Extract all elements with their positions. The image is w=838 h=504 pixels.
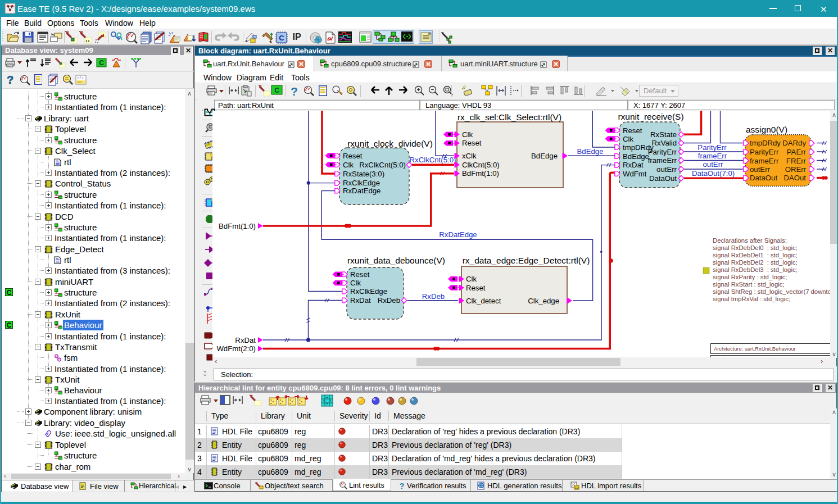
svg-text:DARdy: DARdy (782, 139, 806, 147)
svg-text:rxunit_clock_divide(V): rxunit_clock_divide(V) (347, 139, 433, 148)
svg-text:Reset: Reset (466, 284, 486, 292)
svg-text:PAErr: PAErr (787, 148, 807, 156)
svg-text:frameErr: frameErr (648, 156, 677, 165)
svg-text:signal RxStart : std_logic;: signal RxStart : std_logic; (713, 281, 784, 288)
svg-text:BdEdge: BdEdge (531, 152, 558, 160)
svg-text:rxunit_receive(S): rxunit_receive(S) (618, 112, 683, 121)
svg-text:assign0(V): assign0(V) (746, 125, 787, 134)
svg-text:Reset: Reset (343, 152, 363, 160)
svg-text:Reset: Reset (350, 270, 370, 279)
svg-text:RxDeb: RxDeb (378, 296, 400, 305)
svg-text:ParityErr: ParityErr (697, 143, 727, 152)
svg-text:Architecture: uart.RxUnit.Beha: Architecture: uart.RxUnit.Behaviour (714, 346, 796, 352)
svg-text:BdEdge: BdEdge (577, 147, 604, 156)
svg-text:signal RxParity : std_logic;: signal RxParity : std_logic; (713, 274, 787, 280)
svg-text:signal ShtReg : std_logic_vect: signal ShtReg : std_logic_vector(7 downt… (713, 288, 831, 295)
svg-text:FRErr: FRErr (786, 157, 807, 165)
svg-text:BdFmt(1:0): BdFmt(1:0) (219, 222, 256, 230)
svg-text:RxValid: RxValid (652, 139, 677, 147)
svg-text:DataOut: DataOut (750, 174, 777, 182)
svg-text:DataOut(7:0): DataOut(7:0) (692, 169, 735, 178)
svg-text:WdFmt: WdFmt (623, 170, 647, 178)
svg-text:outErr: outErr (656, 165, 677, 174)
svg-text:rx_clk_sel:Clk_Select:rtl(V): rx_clk_sel:Clk_Select:rtl(V) (457, 112, 561, 122)
svg-text:RxState(3:0): RxState(3:0) (343, 170, 384, 178)
svg-text:C: C (274, 87, 279, 94)
svg-text:ClkCnt(5:0): ClkCnt(5:0) (462, 161, 500, 169)
svg-text:RxClkCnt(5:0): RxClkCnt(5:0) (359, 161, 406, 169)
svg-text:DAOut: DAOut (783, 174, 806, 182)
svg-text:RxDat: RxDat (623, 161, 644, 169)
svg-text:RxClkEdge: RxClkEdge (343, 179, 380, 187)
svg-text:Clk: Clk (462, 130, 473, 139)
svg-text:IP: IP (292, 32, 301, 42)
svg-text:WdFmt(2:0): WdFmt(2:0) (216, 344, 256, 353)
svg-text:RxState: RxState (650, 130, 677, 139)
svg-text:Clk_edge: Clk_edge (528, 297, 559, 305)
svg-text:ParityErr: ParityErr (750, 148, 779, 156)
svg-text:BdEdge: BdEdge (623, 152, 649, 161)
svg-text:RxDat: RxDat (235, 336, 256, 344)
svg-text:outErr: outErr (703, 160, 724, 169)
svg-text:rx_data_edge:Edge_Detect:rtl(V: rx_data_edge:Edge_Detect:rtl(V) (463, 256, 590, 265)
svg-text:RxClkEdge: RxClkEdge (350, 287, 387, 296)
svg-text:RxDatEdge: RxDatEdge (439, 230, 477, 239)
svg-text:frameErr: frameErr (750, 157, 779, 165)
svg-text:tmpDRdy: tmpDRdy (750, 139, 781, 147)
svg-text:Clk: Clk (466, 275, 477, 283)
svg-text:Clk: Clk (623, 135, 633, 143)
svg-text:Reset: Reset (462, 139, 482, 147)
svg-text:rxunit_data_debounce(V): rxunit_data_debounce(V) (347, 256, 445, 265)
svg-text:outErr: outErr (750, 165, 771, 174)
svg-text:RxDatEdge: RxDatEdge (343, 187, 381, 195)
svg-text:RxClkCnt(5:0): RxClkCnt(5:0) (410, 156, 456, 164)
svg-text:RxDeb: RxDeb (422, 292, 445, 301)
svg-text:Clk: Clk (350, 279, 361, 287)
svg-text:signal tmpRxVal : std_logic;: signal tmpRxVal : std_logic; (713, 296, 790, 302)
svg-text:?: ? (291, 85, 298, 97)
svg-text:BdFmt(1:0): BdFmt(1:0) (462, 169, 499, 178)
svg-text:C: C (99, 59, 104, 67)
svg-text:Clk: Clk (343, 161, 354, 169)
svg-text:ORErr: ORErr (785, 165, 807, 174)
svg-text:frameErr: frameErr (698, 152, 727, 160)
svg-text:xClk: xClk (462, 152, 477, 160)
svg-text:signal RxDebDel2 : std_logic;: signal RxDebDel2 : std_logic; (713, 259, 798, 266)
svg-text:Declarations after Signals:: Declarations after Signals: (713, 237, 787, 244)
svg-text:signal RxDebDel1 : std_logic;: signal RxDebDel1 : std_logic; (713, 252, 798, 258)
svg-text:Reset: Reset (623, 126, 642, 135)
svg-text:?: ? (7, 74, 13, 86)
svg-text:DataOut: DataOut (649, 174, 677, 183)
svg-text:signal RxDebDel0 : std_logic;: signal RxDebDel0 : std_logic; (713, 244, 798, 251)
svg-text:10: 10 (575, 486, 579, 489)
svg-text:ParityErr: ParityErr (648, 148, 677, 156)
svg-text:C: C (279, 34, 284, 42)
svg-text:?: ? (400, 482, 405, 490)
svg-text:RxDat: RxDat (350, 296, 371, 305)
svg-text:Clk_detect: Clk_detect (466, 297, 501, 305)
svg-text:signal RxDebDel3 : std_logic;: signal RxDebDel3 : std_logic; (713, 266, 798, 273)
